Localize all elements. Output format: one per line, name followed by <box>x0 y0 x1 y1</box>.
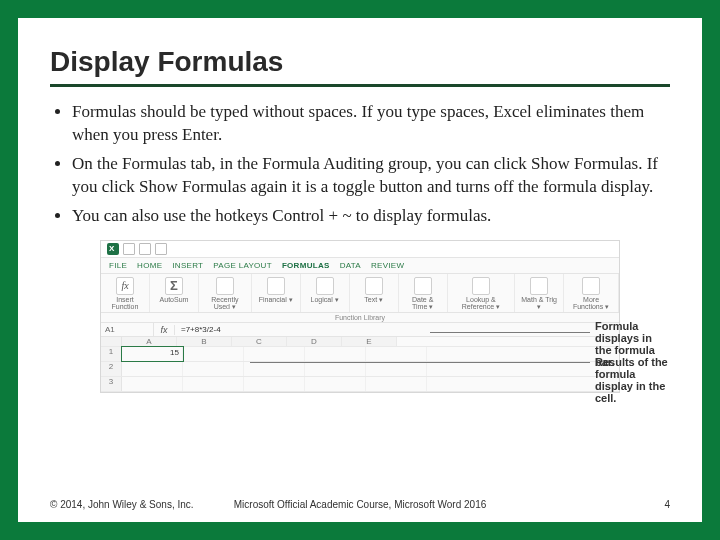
slide-title: Display Formulas <box>50 46 670 78</box>
slide-footer: © 2014, John Wiley & Sons, Inc. Microsof… <box>50 499 670 510</box>
cell-a1: 15 <box>122 347 183 361</box>
grp-lookup: Lookup & Reference ▾ <box>448 274 515 313</box>
tab-review: REVIEW <box>371 261 404 270</box>
col-header: C <box>232 337 287 346</box>
formula-value: =7+8*3/2-4 <box>175 323 227 336</box>
tab-data: DATA <box>340 261 361 270</box>
cell <box>244 347 305 361</box>
tab-insert: INSERT <box>172 261 203 270</box>
cell <box>183 362 244 376</box>
bullet-list: Formulas should be typed without spaces.… <box>50 101 670 228</box>
grp-datetime: Date & Time ▾ <box>399 274 448 313</box>
lookup-icon <box>472 277 490 295</box>
grp-label: Math & Trig ▾ <box>520 296 558 311</box>
grp-more: More Functions ▾ <box>564 274 619 313</box>
ribbon-tabs: FILE HOME INSERT PAGE LAYOUT FORMULAS DA… <box>101 258 619 274</box>
grp-financial: Financial ▾ <box>252 274 301 313</box>
footer-course: Microsoft Official Academic Course, Micr… <box>50 499 670 510</box>
grp-label: Recently Used ▾ <box>204 296 246 311</box>
clock-icon <box>414 277 432 295</box>
row-1: 1 15 <box>101 347 619 362</box>
callout-line <box>250 362 590 363</box>
excel-screenshot: FILE HOME INSERT PAGE LAYOUT FORMULAS DA… <box>100 240 620 394</box>
callout-line <box>430 332 590 333</box>
row-3: 3 <box>101 377 619 392</box>
cell <box>366 362 427 376</box>
callout-cell-result: Results of the formula display in the ce… <box>595 356 670 404</box>
bullet-item: Formulas should be typed without spaces.… <box>72 101 670 147</box>
qat-undo-icon <box>139 243 151 255</box>
more-icon <box>582 277 600 295</box>
select-all-corner <box>101 337 122 346</box>
grp-label: Insert Function <box>106 296 144 311</box>
math-icon <box>530 277 548 295</box>
grp-label: Date & Time ▾ <box>404 296 442 311</box>
row-header: 2 <box>101 362 122 376</box>
grp-label: More Functions ▾ <box>569 296 613 311</box>
grp-text: Text ▾ <box>350 274 399 313</box>
cell <box>305 377 366 391</box>
grp-label: Text ▾ <box>355 296 393 303</box>
formula-bar: A1 fx =7+8*3/2-4 <box>101 323 619 337</box>
grp-logical: Logical ▾ <box>301 274 350 313</box>
cell <box>122 377 183 391</box>
bullet-item: You can also use the hotkeys Control + ~… <box>72 205 670 228</box>
cell <box>305 362 366 376</box>
grp-recent: Recently Used ▾ <box>199 274 252 313</box>
grp-math: Math & Trig ▾ <box>515 274 564 313</box>
tab-file: FILE <box>109 261 127 270</box>
financial-icon <box>267 277 285 295</box>
sheet-grid: A B C D E 1 15 2 <box>101 337 619 392</box>
col-header: E <box>342 337 397 346</box>
ribbon-groups: fxInsert Function ΣAutoSum Recently Used… <box>101 274 619 314</box>
tab-formulas: FORMULAS <box>282 261 330 270</box>
title-rule <box>50 84 670 87</box>
screenshot-area: FILE HOME INSERT PAGE LAYOUT FORMULAS DA… <box>50 240 670 394</box>
col-header: A <box>122 337 177 346</box>
cell <box>366 347 427 361</box>
col-header: D <box>287 337 342 346</box>
fx-label: fx <box>154 325 175 335</box>
grp-label: Lookup & Reference ▾ <box>453 296 509 311</box>
cell <box>366 377 427 391</box>
row-header: 3 <box>101 377 122 391</box>
col-header: B <box>177 337 232 346</box>
fx-icon: fx <box>116 277 134 295</box>
grp-label: Financial ▾ <box>257 296 295 303</box>
name-box: A1 <box>101 323 154 336</box>
cell <box>244 362 305 376</box>
col-header-row: A B C D E <box>101 337 619 347</box>
qat-save-icon <box>123 243 135 255</box>
tab-home: HOME <box>137 261 162 270</box>
slide-page: Display Formulas Formulas should be type… <box>18 18 702 522</box>
grp-label: AutoSum <box>155 296 193 303</box>
grp-label: Logical ▾ <box>306 296 344 303</box>
qat-redo-icon <box>155 243 167 255</box>
cell <box>183 347 244 361</box>
sigma-icon: Σ <box>165 277 183 295</box>
bullet-item: On the Formulas tab, in the Formula Audi… <box>72 153 670 199</box>
excel-ribbon: FILE HOME INSERT PAGE LAYOUT FORMULAS DA… <box>100 240 620 394</box>
function-library-caption: Function Library <box>101 313 619 323</box>
cell <box>305 347 366 361</box>
tab-pagelayout: PAGE LAYOUT <box>213 261 272 270</box>
row-2: 2 <box>101 362 619 377</box>
quick-access-toolbar <box>101 241 619 258</box>
cell <box>244 377 305 391</box>
excel-icon <box>107 243 119 255</box>
cell <box>183 377 244 391</box>
text-icon <box>365 277 383 295</box>
recent-icon <box>216 277 234 295</box>
row-header: 1 <box>101 347 122 361</box>
cell <box>122 362 183 376</box>
grp-insert-function: fxInsert Function <box>101 274 150 313</box>
grp-autosum: ΣAutoSum <box>150 274 199 313</box>
logical-icon <box>316 277 334 295</box>
